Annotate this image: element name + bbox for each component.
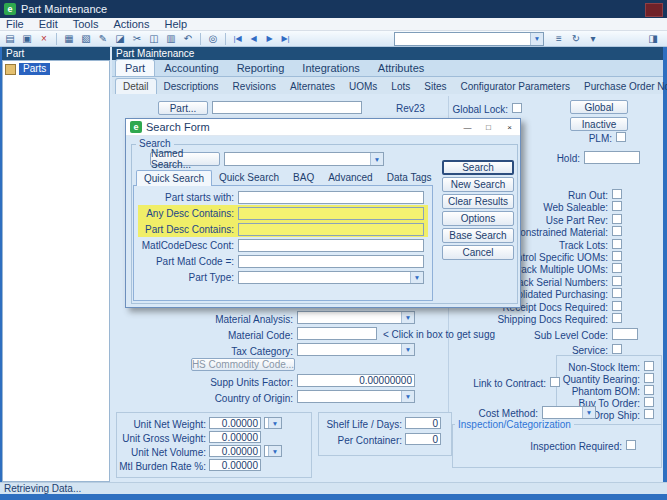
- tree-item-label[interactable]: Parts: [19, 63, 50, 75]
- shipping-docs-required-checkbox[interactable]: [612, 313, 622, 323]
- shelf-life-input[interactable]: 0: [405, 417, 441, 429]
- hold-input[interactable]: [584, 151, 640, 164]
- nav-previous-icon[interactable]: ◀: [246, 32, 261, 45]
- chevron-down-icon[interactable]: ▼: [268, 446, 281, 456]
- hs-commodity-code-button[interactable]: HS Commodity Code...: [191, 358, 295, 371]
- tab-descriptions[interactable]: Descriptions: [157, 79, 226, 94]
- delete-icon[interactable]: ×: [36, 32, 52, 46]
- chevron-down-icon[interactable]: ▼: [370, 153, 383, 165]
- menu-tools[interactable]: Tools: [73, 18, 99, 30]
- tab-attributes[interactable]: Attributes: [369, 60, 433, 76]
- chevron-down-icon[interactable]: ▼: [530, 33, 543, 45]
- any-desc-contains-input[interactable]: [238, 207, 424, 220]
- close-button[interactable]: [645, 3, 663, 17]
- link-to-contract-checkbox[interactable]: [550, 377, 560, 387]
- receipt-docs-required-checkbox[interactable]: [612, 301, 622, 311]
- part-matl-code-input[interactable]: [238, 255, 424, 268]
- package-control-specific-uoms-checkbox[interactable]: [612, 251, 622, 261]
- tab-integrations[interactable]: Integrations: [293, 60, 368, 76]
- consolidated-purchasing-checkbox[interactable]: [612, 288, 622, 298]
- drop-ship-checkbox[interactable]: [644, 409, 654, 419]
- non-stock-item-checkbox[interactable]: [644, 361, 654, 371]
- part-desc-contains-input[interactable]: [238, 223, 424, 236]
- service-checkbox[interactable]: [612, 344, 622, 354]
- paste-icon[interactable]: ▥: [163, 32, 179, 46]
- global-lock-checkbox[interactable]: [512, 103, 522, 113]
- base-search-button[interactable]: Base Search: [442, 228, 514, 243]
- search-button[interactable]: Search: [442, 160, 514, 175]
- menu-edit[interactable]: Edit: [39, 18, 58, 30]
- track-lots-checkbox[interactable]: [612, 239, 622, 249]
- matlcodedesc-cont-input[interactable]: [238, 239, 424, 252]
- minimize-icon[interactable]: —: [459, 121, 476, 134]
- menu-help[interactable]: Help: [164, 18, 187, 30]
- copy-icon[interactable]: ◫: [146, 32, 162, 46]
- sub-level-code-input[interactable]: [612, 328, 638, 340]
- attachment-icon[interactable]: ✎: [95, 32, 111, 46]
- unit-net-weight-uom-dropdown[interactable]: ▼: [264, 417, 282, 429]
- tab-lots[interactable]: Lots: [384, 79, 417, 94]
- chevron-down-icon[interactable]: ▼: [401, 312, 414, 323]
- cost-method-dropdown[interactable]: ▼: [542, 406, 596, 419]
- global-button[interactable]: Global: [570, 100, 628, 114]
- cut-icon[interactable]: ✂: [129, 32, 145, 46]
- views-icon[interactable]: ▾: [585, 32, 601, 46]
- named-search-dropdown[interactable]: ▼: [224, 152, 384, 166]
- constrained-material-checkbox[interactable]: [612, 226, 622, 236]
- save-icon[interactable]: ▣: [19, 32, 35, 46]
- new-icon[interactable]: ▤: [2, 32, 18, 46]
- new-search-button[interactable]: New Search: [442, 177, 514, 192]
- close-icon[interactable]: ×: [501, 121, 518, 134]
- tab-detail[interactable]: Detail: [115, 78, 157, 94]
- web-saleable-checkbox[interactable]: [612, 201, 622, 211]
- menu-file[interactable]: File: [6, 18, 24, 30]
- per-container-input[interactable]: 0: [405, 433, 441, 445]
- list-icon[interactable]: ≡: [551, 32, 567, 46]
- options-button[interactable]: Options: [442, 211, 514, 226]
- chevron-down-icon[interactable]: ▼: [401, 344, 414, 355]
- tab-quick-search-2[interactable]: Quick Search: [212, 170, 286, 186]
- cancel-button[interactable]: Cancel: [442, 245, 514, 260]
- clear-results-button[interactable]: Clear Results: [442, 194, 514, 209]
- tab-data-tags[interactable]: Data Tags: [380, 170, 439, 186]
- part-button[interactable]: Part...: [158, 101, 208, 115]
- print-preview-icon[interactable]: ▧: [78, 32, 94, 46]
- track-multiple-uoms-checkbox[interactable]: [612, 263, 622, 273]
- unit-net-volume-uom-dropdown[interactable]: ▼: [264, 445, 282, 457]
- supp-units-factor-input[interactable]: 0.00000000: [297, 374, 415, 387]
- tab-alternates[interactable]: Alternates: [283, 79, 342, 94]
- toolbar-combo[interactable]: ▼: [394, 32, 544, 46]
- tab-purchase-order-notes[interactable]: Purchase Order Notes: [577, 79, 667, 94]
- tab-advanced[interactable]: Advanced: [321, 170, 379, 186]
- tab-revisions[interactable]: Revisions: [226, 79, 283, 94]
- run-out-checkbox[interactable]: [612, 189, 622, 199]
- buy-to-order-checkbox[interactable]: [644, 397, 654, 407]
- use-part-rev-checkbox[interactable]: [612, 214, 622, 224]
- track-serial-numbers-checkbox[interactable]: [612, 276, 622, 286]
- chevron-down-icon[interactable]: ▼: [582, 407, 595, 418]
- nav-first-icon[interactable]: |◀: [230, 32, 245, 45]
- mtl-burden-rate-input[interactable]: 0.00000: [209, 459, 261, 471]
- refresh-icon[interactable]: ↻: [568, 32, 584, 46]
- nav-next-icon[interactable]: ▶: [262, 32, 277, 45]
- menu-actions[interactable]: Actions: [113, 18, 149, 30]
- tab-uoms[interactable]: UOMs: [342, 79, 384, 94]
- tab-configurator-parameters[interactable]: Configurator Parameters: [453, 79, 577, 94]
- chevron-down-icon[interactable]: ▼: [410, 272, 423, 283]
- quantity-bearing-checkbox[interactable]: [644, 373, 654, 383]
- tab-accounting[interactable]: Accounting: [155, 60, 227, 76]
- tax-category-dropdown[interactable]: ▼: [297, 343, 415, 356]
- tree-item-parts[interactable]: Parts: [5, 63, 107, 75]
- tab-sites[interactable]: Sites: [417, 79, 453, 94]
- part-input[interactable]: [212, 101, 362, 114]
- inactive-button[interactable]: Inactive: [570, 117, 628, 131]
- find-icon[interactable]: ◎: [205, 32, 221, 46]
- chevron-down-icon[interactable]: ▼: [401, 391, 414, 402]
- unit-net-weight-input[interactable]: 0.00000: [209, 417, 261, 429]
- nav-last-icon[interactable]: ▶|: [278, 32, 293, 45]
- part-type-dropdown[interactable]: ▼: [238, 271, 424, 284]
- named-search-button[interactable]: Named Search...: [150, 152, 220, 166]
- part-starts-with-input[interactable]: [238, 191, 424, 204]
- unit-gross-weight-input[interactable]: 0.00000: [209, 431, 261, 443]
- maximize-icon[interactable]: □: [480, 121, 497, 134]
